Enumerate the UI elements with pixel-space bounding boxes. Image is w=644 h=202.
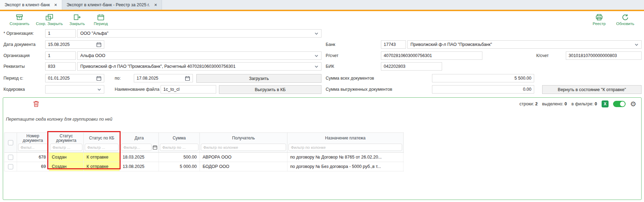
- column-status-title[interactable]: Статус документа: [49, 133, 83, 143]
- cell-purpose[interactable]: по договору № Без договора - 5000 руб.,в…: [287, 162, 403, 171]
- filename-input[interactable]: [161, 85, 216, 94]
- org2-combo[interactable]: Альфа ООО: [77, 51, 321, 60]
- account-input[interactable]: [381, 51, 482, 60]
- return-status-button[interactable]: Вернуть в состояние "К отправке": [542, 85, 642, 94]
- accent-bar: [0, 10, 644, 11]
- cell-purpose[interactable]: по договору № Договор № 8765 от 26.02.20…: [287, 153, 403, 162]
- org-combo[interactable]: ООО "Альфа": [77, 29, 321, 38]
- cell-number[interactable]: 678: [17, 153, 49, 162]
- org-code-input[interactable]: [45, 29, 76, 38]
- rows-count-value: 2: [535, 102, 538, 106]
- excel-export-icon[interactable]: X: [602, 100, 609, 107]
- column-date: Дата: [120, 133, 159, 152]
- filter-recipient-input[interactable]: [201, 144, 286, 151]
- column-recipient-title[interactable]: Получатель: [200, 133, 287, 143]
- column-amount: Сумма: [159, 133, 200, 152]
- cell-recipient[interactable]: АВРОРА ООО: [200, 153, 287, 162]
- org2-combo-value: Альфа ООО: [80, 53, 105, 58]
- cell-recipient[interactable]: БОДОР ООО: [200, 162, 287, 171]
- cell-kb-status[interactable]: К отправке: [84, 153, 120, 162]
- selected-count: выделено: 0: [542, 102, 567, 106]
- save-label: Сохранить: [9, 22, 29, 26]
- select-all-checkbox[interactable]: [8, 140, 13, 145]
- filter-number-input[interactable]: [18, 144, 48, 151]
- tab-close-icon[interactable]: ✕: [154, 3, 157, 7]
- column-recipient: Получатель: [200, 133, 287, 152]
- row-checkbox[interactable]: [8, 155, 13, 160]
- close-button[interactable]: Закрыть: [65, 13, 90, 26]
- period-from-label: Период с:: [3, 74, 23, 82]
- filter-toggle[interactable]: [613, 101, 626, 107]
- requisites-label: Реквизиты: [3, 62, 25, 71]
- table-row[interactable]: 678 Создан К отправке 18.03.2025 500.00 …: [5, 153, 404, 162]
- period-from-input[interactable]: 01.01.2025: [45, 74, 104, 82]
- column-date-filter-wrap: [120, 143, 158, 152]
- cell-date[interactable]: 18.03.2025: [120, 153, 159, 162]
- cell-date[interactable]: 13.08.2025: [120, 162, 159, 171]
- registry-button[interactable]: Реестр: [587, 13, 611, 26]
- period-to-label: по:: [115, 74, 121, 82]
- period-button[interactable]: Период: [90, 13, 112, 26]
- column-amount-title[interactable]: Сумма: [159, 133, 199, 143]
- filter-status-input[interactable]: [50, 144, 82, 151]
- filter-amount-input[interactable]: [160, 144, 198, 151]
- close-label: Закрыть: [70, 22, 85, 26]
- load-button[interactable]: Загрузить: [196, 74, 321, 83]
- upload-kb-button[interactable]: Выгрузить в КБ: [219, 85, 321, 94]
- rows-count-label: строки:: [520, 102, 534, 106]
- trash-icon: [32, 103, 40, 109]
- column-purpose-filter-wrap: [287, 143, 403, 152]
- column-purpose-title[interactable]: Назначение платежа: [287, 133, 403, 143]
- org-label: * Организация:: [3, 29, 34, 38]
- period-to-input[interactable]: 17.08.2025: [134, 74, 193, 82]
- calendar-icon: [96, 76, 101, 81]
- encoding-combo[interactable]: [45, 85, 104, 94]
- filter-date-input[interactable]: [121, 144, 152, 151]
- column-purpose: Назначение платежа: [287, 133, 403, 152]
- save-button[interactable]: Сохранить: [5, 13, 34, 26]
- filter-purpose-input[interactable]: [288, 144, 402, 151]
- grid-panel: строки: 2 выделено: 0 в фильтре: 0 X ⚙ П…: [3, 97, 642, 200]
- save-close-button[interactable]: Сохр. Закрыть: [34, 13, 65, 26]
- rows-count: строки: 2: [520, 102, 538, 106]
- cell-amount[interactable]: 5 000.00: [159, 162, 200, 171]
- filter-kb-status-input[interactable]: [85, 144, 119, 151]
- doc-date-label: Дата документа: [3, 40, 35, 49]
- gear-icon[interactable]: ⚙: [630, 100, 636, 108]
- chevron-down-icon: [635, 43, 638, 46]
- cell-status[interactable]: Создан: [49, 153, 84, 162]
- corr-account-input[interactable]: [566, 51, 642, 60]
- cell-status[interactable]: Создан: [49, 162, 84, 171]
- requisites-code-input[interactable]: [45, 62, 76, 71]
- bik-label: БИК: [326, 62, 334, 71]
- bank-code-input[interactable]: [381, 40, 406, 49]
- close-icon: [73, 13, 81, 21]
- cell-amount[interactable]: 500.00: [159, 153, 200, 162]
- row-checkbox[interactable]: [8, 164, 13, 169]
- tab-registry[interactable]: Экспорт в клиент-банк - Реестр за 2025 г…: [62, 0, 162, 10]
- calendar-icon[interactable]: [153, 145, 157, 150]
- cell-kb-status[interactable]: К отправке: [84, 162, 120, 171]
- chevron-down-icon: [315, 55, 318, 57]
- chevron-down-icon: [315, 65, 318, 68]
- cell-number[interactable]: 69: [17, 162, 49, 171]
- tab-export[interactable]: Экспорт в клиент-банк ✕: [0, 0, 62, 10]
- doc-date-value: 15.08.2025: [48, 42, 70, 47]
- period-calendar-icon: [97, 13, 105, 21]
- bank-combo[interactable]: Приволжский ф-л ПАО "Промсвязьбанк": [407, 40, 642, 49]
- delete-button[interactable]: [32, 100, 41, 108]
- org2-code-input[interactable]: [45, 51, 76, 60]
- column-amount-filter-wrap: [159, 143, 199, 152]
- refresh-button[interactable]: Обновить: [611, 13, 639, 26]
- column-kb-status-title[interactable]: Статус по КБ: [84, 133, 120, 143]
- corr-account-label: К/счет: [536, 51, 549, 60]
- column-number: Номер документа: [17, 133, 49, 152]
- tab-close-icon[interactable]: ✕: [54, 3, 57, 7]
- requisites-combo[interactable]: Приволжский ф-л ПАО "Промсвязьбанк", Рас…: [77, 62, 321, 71]
- select-all-cell: [5, 133, 17, 152]
- bik-input[interactable]: [381, 62, 442, 71]
- column-number-title[interactable]: Номер документа: [17, 133, 49, 143]
- doc-date-input[interactable]: 15.08.2025: [45, 40, 104, 49]
- table-row[interactable]: 69 Создан К отправке 13.08.2025 5 000.00…: [5, 162, 404, 171]
- column-date-title[interactable]: Дата: [120, 133, 158, 143]
